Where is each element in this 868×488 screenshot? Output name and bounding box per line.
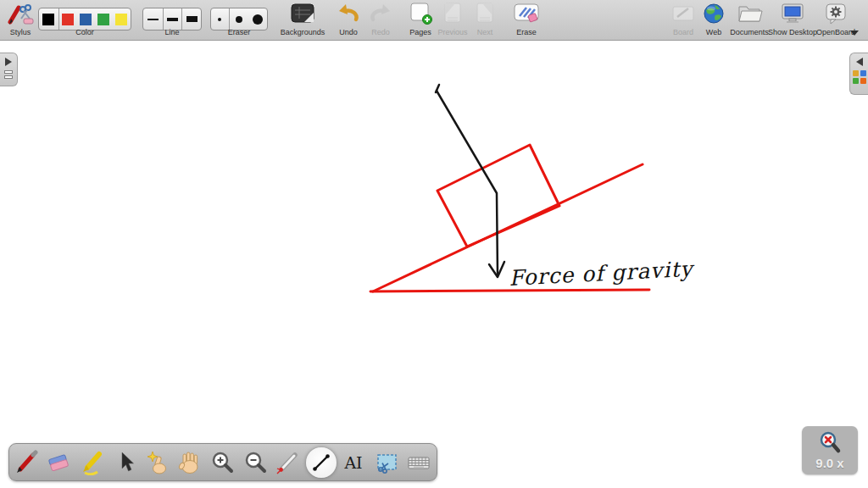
redo-button[interactable]: Redo	[362, 0, 399, 41]
openboard-window: Stylus Color Line Eraser	[0, 0, 868, 488]
right-drawer-tab[interactable]	[849, 53, 868, 95]
next-page-icon	[466, 0, 504, 26]
expand-left-icon	[856, 58, 863, 66]
line-width-medium[interactable]	[164, 8, 182, 30]
highlighter-tool-button[interactable]	[77, 447, 108, 478]
capture-area-icon	[374, 450, 399, 475]
page-thumbnails-icon	[4, 70, 13, 79]
color-swatch-blue[interactable]	[77, 8, 95, 30]
zoom-level-label: 9.0 x	[815, 456, 843, 470]
line-tool-button[interactable]	[306, 447, 337, 478]
cursor-arrow-icon	[112, 450, 137, 475]
zoom-in-icon	[210, 450, 236, 475]
pan-hand-icon	[177, 450, 203, 475]
pen-tool-button[interactable]	[12, 447, 42, 478]
backgrounds-label: Backgrounds	[271, 28, 334, 36]
magic-finger-icon	[145, 450, 170, 475]
text-tool-button[interactable]: AI	[338, 447, 369, 478]
next-page-button[interactable]: Next	[466, 0, 504, 41]
color-swatch-yellow[interactable]	[112, 8, 131, 30]
zoom-in-tool-button[interactable]	[208, 447, 238, 478]
interact-tool-button[interactable]	[142, 447, 173, 478]
selector-tool-button[interactable]	[109, 447, 140, 478]
svg-text:AI: AI	[344, 452, 363, 471]
redo-icon	[362, 0, 399, 26]
redo-label: Redo	[362, 28, 399, 36]
text-icon: AI	[341, 450, 366, 475]
line-label: Line	[142, 28, 202, 36]
erase-page-icon	[508, 0, 545, 26]
pen-icon	[14, 450, 40, 475]
annotation-force-of-gravity: Force of gravity	[509, 257, 696, 291]
laser-tool-button[interactable]	[273, 447, 303, 478]
virtual-keyboard-icon	[406, 450, 431, 475]
stylus-icon	[0, 0, 41, 26]
left-drawer-tab[interactable]	[0, 53, 18, 86]
backgrounds-button[interactable]: Backgrounds	[271, 0, 334, 41]
stylus-button[interactable]: Stylus	[0, 0, 41, 41]
top-toolbar: Stylus Color Line Eraser	[0, 0, 868, 41]
openboard-gear-icon	[809, 0, 863, 26]
library-media-icon	[853, 78, 859, 84]
zoom-out-tool-button[interactable]	[241, 447, 271, 478]
eraser-size-medium[interactable]	[230, 8, 248, 30]
eraser-size-small[interactable]	[211, 8, 229, 30]
eraser-size-picker	[210, 8, 268, 30]
erase-page-button[interactable]: Erase	[508, 0, 545, 41]
zoom-cancel-icon	[817, 430, 843, 454]
eraser-label: Eraser	[210, 28, 268, 36]
zoom-reset-widget[interactable]: 9.0 x	[802, 426, 858, 474]
capture-tool-button[interactable]	[371, 447, 402, 478]
eraser-size-large[interactable]	[248, 8, 267, 30]
color-swatch-black[interactable]	[39, 8, 58, 30]
expand-right-icon	[5, 58, 12, 66]
library-icons	[853, 70, 866, 84]
zoom-out-icon	[243, 450, 269, 475]
stylus-toolbar: AI	[8, 443, 437, 481]
backgrounds-icon	[271, 0, 334, 26]
highlighter-icon	[80, 450, 105, 475]
line-icon	[309, 450, 334, 475]
line-width-thin[interactable]	[143, 8, 163, 30]
line-width-thick[interactable]	[182, 8, 201, 30]
hand-tool-button[interactable]	[175, 447, 205, 478]
laser-pointer-icon	[275, 450, 301, 475]
color-label: Color	[38, 28, 131, 36]
library-apps-icon	[860, 78, 866, 84]
color-picker	[38, 8, 131, 30]
erase-page-label: Erase	[508, 28, 545, 36]
eraser-tool-button[interactable]	[44, 447, 75, 478]
next-page-label: Next	[466, 28, 504, 36]
color-swatch-green[interactable]	[94, 8, 112, 30]
line-width-picker	[142, 8, 202, 30]
incline-base	[370, 290, 649, 291]
library-interactive-icon	[860, 70, 866, 76]
keyboard-tool-button[interactable]	[403, 447, 434, 478]
eraser-icon	[47, 450, 72, 475]
whiteboard-canvas[interactable]: Force of gravity	[0, 0, 868, 488]
stylus-label: Stylus	[0, 28, 41, 36]
library-folder-icon	[853, 70, 859, 76]
openboard-menu-caret-icon[interactable]	[850, 30, 859, 36]
color-swatch-red[interactable]	[59, 8, 77, 30]
